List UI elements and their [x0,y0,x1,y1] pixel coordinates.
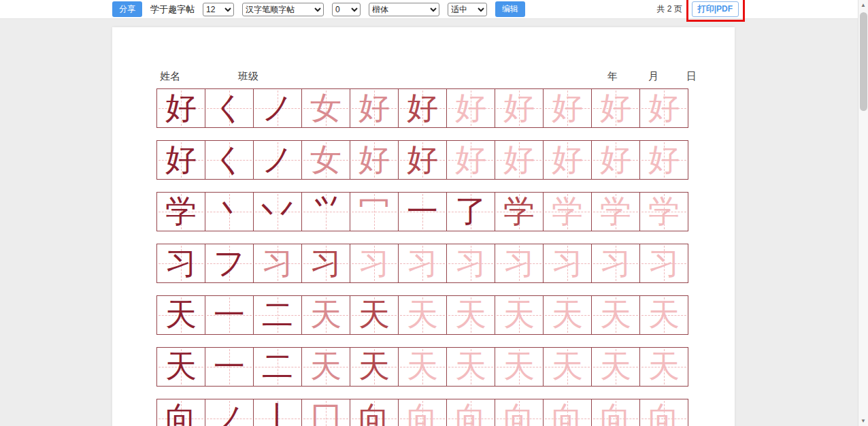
practice-cell: 二 [253,347,302,387]
practice-cell: 一 [205,347,254,387]
character-row: 学丶丷⺍冖一了学学学学 [156,192,735,231]
character-glyph: 向 [455,403,486,426]
character-glyph: ノ [213,403,245,426]
character-glyph: 天 [310,351,341,382]
character-glyph: 好 [552,144,583,176]
character-glyph: 丷 [262,196,293,227]
practice-cell: 丶 [205,192,254,231]
practice-cell: 好 [156,88,205,128]
practice-cell: 习 [398,244,447,283]
character-glyph: 好 [600,93,631,124]
character-glyph: 习 [407,248,438,279]
worksheet-header: 姓名 班级 年 月 日 [156,68,695,83]
character-glyph: 天 [358,351,390,382]
character-glyph: 天 [600,299,631,331]
practice-cell: 天 [398,347,447,387]
name-label: 姓名 [160,70,180,83]
character-glyph: 二 [262,351,293,382]
character-glyph: 好 [552,93,583,124]
practice-cell: 二 [253,295,302,335]
practice-cell: 天 [446,347,495,387]
character-glyph: 冖 [358,196,390,227]
practice-cell: 冖 [350,192,399,231]
practice-cell: 女 [301,140,350,180]
character-glyph: 天 [648,299,680,331]
character-glyph: 好 [165,93,197,124]
character-glyph: 好 [455,93,486,124]
practice-cell: ⺍ [301,192,350,231]
character-glyph: 学 [552,196,583,227]
character-glyph: 女 [310,144,341,176]
font-style-select[interactable]: 楷体 [369,3,439,16]
character-glyph: 好 [503,144,535,176]
practice-cell: 天 [495,295,544,335]
character-glyph: 好 [165,144,197,176]
print-button-wrap: 打印|PDF [692,1,739,17]
practice-cell: 天 [591,295,640,335]
character-glyph: 学 [165,196,197,227]
app-title: 学于趣字帖 [150,3,195,16]
practice-cell: 一 [205,295,254,335]
practice-cell: 向 [398,399,447,426]
practice-cell: 学 [591,192,640,231]
character-glyph: 天 [455,299,486,331]
character-row: 好くノ女好好好好好好好 [156,140,735,180]
practice-cell: 女 [301,88,350,128]
practice-cell: 好 [446,88,495,128]
scroll-up-icon[interactable]: ▲ [858,0,868,10]
density-select[interactable]: 适中 [448,3,487,16]
character-glyph: 习 [165,248,197,279]
practice-cell: 向 [350,399,399,426]
character-glyph: く [213,144,245,176]
scrollbar[interactable]: ▲ ▼ [858,0,868,426]
worksheet-paper: 姓名 班级 年 月 日 好くノ女好好好好好好好好くノ女好好好好好好好学丶丷⺍冖一… [112,27,735,426]
practice-cell: 天 [639,295,688,335]
print-pdf-button[interactable]: 打印|PDF [692,1,739,17]
character-row: 天一二天天天天天天天天 [156,347,735,387]
practice-cell: 习 [495,244,544,283]
character-glyph: ノ [261,144,293,176]
practice-cell: 向 [495,399,544,426]
font-size-select[interactable]: 12 [203,3,234,16]
practice-cell: ノ [205,399,254,426]
practice-cell: 习 [350,244,399,283]
character-glyph: 天 [552,299,583,331]
character-glyph: 好 [455,144,486,176]
practice-cell: 向 [156,399,205,426]
practice-cell: 习 [156,244,205,283]
practice-cell: 好 [591,88,640,128]
practice-cell: 天 [543,347,592,387]
scrollbar-thumb[interactable] [860,12,867,111]
practice-cell: 好 [639,140,688,180]
character-glyph: 向 [165,403,197,426]
character-glyph: 丨 [262,403,293,426]
character-glyph: 一 [214,299,245,331]
practice-cell: 天 [639,347,688,387]
practice-cell: 学 [639,192,688,231]
character-glyph: 天 [407,351,438,382]
practice-cell: 向 [446,399,495,426]
practice-cell: 向 [591,399,640,426]
character-row: 天一二天天天天天天天天 [156,295,735,335]
character-glyph: 二 [262,299,293,331]
practice-cell: 好 [398,88,447,128]
practice-cell: 好 [350,88,399,128]
character-glyph: 天 [503,299,535,331]
character-glyph: 习 [503,248,535,279]
character-glyph: 了 [455,196,486,227]
offset-select[interactable]: 0 [332,3,361,16]
share-button[interactable]: 分享 [112,1,142,17]
practice-cell: 习 [301,244,350,283]
sheet-type-select[interactable]: 汉字笔顺字帖 [242,3,324,16]
character-glyph: 女 [310,93,341,124]
edit-button[interactable]: 编辑 [495,1,525,17]
practice-cell: 天 [398,295,447,335]
practice-cell: 天 [495,347,544,387]
practice-cell: 习 [253,244,302,283]
character-glyph: ⺍ [310,196,341,227]
practice-cell: 学 [543,192,592,231]
class-label: 班级 [238,70,258,83]
character-glyph: 学 [503,196,535,227]
scroll-down-icon[interactable]: ▼ [858,416,868,426]
character-glyph: 天 [648,351,680,382]
